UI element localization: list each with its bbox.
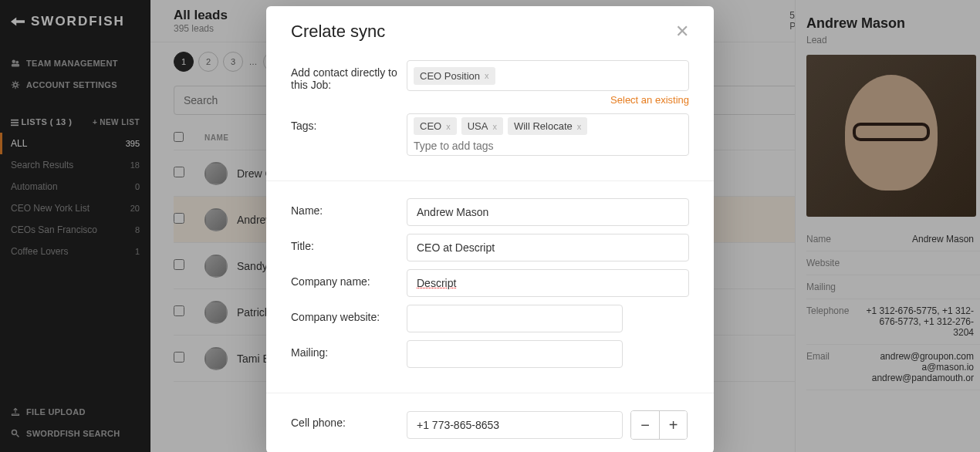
name-input[interactable] — [407, 198, 689, 226]
field-label-tags: Tags: — [291, 113, 407, 132]
tag-input[interactable] — [414, 140, 682, 152]
field-label-cell: Cell phone: — [291, 410, 407, 429]
field-label-company: Company name: — [291, 269, 407, 288]
job-tagbox[interactable]: CEO Positionx — [407, 60, 689, 91]
crelate-sync-modal: Crelate sync ✕ Add contact directly to t… — [266, 6, 714, 452]
remove-tag-icon[interactable]: x — [577, 122, 582, 131]
company-input[interactable] — [407, 269, 689, 297]
add-cell-button[interactable]: + — [659, 411, 687, 439]
tags-tagbox[interactable]: CEOxUSAxWill Relocatex — [407, 113, 689, 156]
select-existing-link[interactable]: Select an existing — [407, 94, 689, 106]
remove-cell-button[interactable]: − — [631, 411, 659, 439]
remove-tag-icon[interactable]: x — [485, 71, 489, 80]
field-label-name: Name: — [291, 198, 407, 217]
mailing-input[interactable] — [407, 340, 623, 368]
tag: Will Relocatex — [508, 117, 587, 135]
close-icon[interactable]: ✕ — [675, 22, 689, 42]
website-input[interactable] — [407, 305, 623, 332]
cell-phone-input[interactable] — [407, 411, 623, 439]
field-label-job: Add contact directly to this Job: — [291, 60, 407, 91]
remove-tag-icon[interactable]: x — [446, 122, 451, 131]
tag: CEOx — [414, 117, 457, 135]
field-label-title: Title: — [291, 234, 407, 252]
modal-title: Crelate sync — [291, 22, 385, 42]
field-label-mailing: Mailing: — [291, 340, 407, 359]
remove-tag-icon[interactable]: x — [492, 122, 497, 131]
tag: USAx — [461, 117, 503, 135]
title-input[interactable] — [407, 234, 689, 261]
tag: CEO Positionx — [414, 67, 495, 85]
field-label-website: Company website: — [291, 305, 407, 323]
